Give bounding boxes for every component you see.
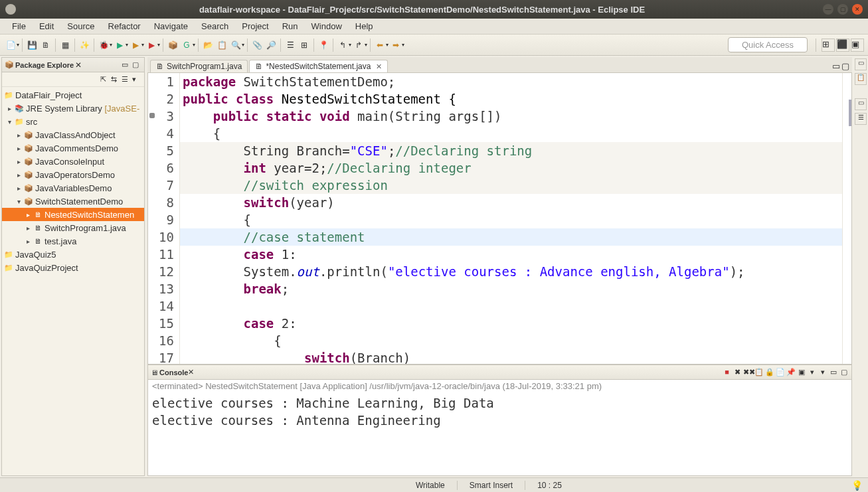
search2-icon[interactable]: 🔎	[264, 39, 278, 52]
clear-console-icon[interactable]: 📋	[754, 368, 764, 376]
minimize-console-icon[interactable]: ▭	[828, 368, 838, 376]
coverage-icon[interactable]: ▶	[129, 39, 142, 52]
dropdown-icon[interactable]: ▾	[193, 42, 195, 48]
open-console-icon[interactable]: ▾	[807, 368, 817, 376]
outline-icon[interactable]: ☰	[284, 39, 297, 52]
console-output[interactable]: elective courses : Machine Learning, Big…	[148, 393, 851, 475]
menu-source[interactable]: Source	[60, 20, 101, 33]
open-task-icon[interactable]: 📋	[215, 39, 228, 52]
maximize-console-icon[interactable]: ▢	[839, 368, 849, 376]
menu-file[interactable]: File	[5, 20, 33, 33]
close-console-icon[interactable]: ✕	[188, 368, 194, 376]
package-node[interactable]: ▸📦JavaConsoleInput	[2, 155, 144, 168]
open-perspective-icon[interactable]: ⊞	[822, 39, 835, 52]
src-node[interactable]: ▾📁src	[2, 115, 144, 128]
filter-icon[interactable]: ☰	[122, 75, 131, 84]
package-node[interactable]: ▸📦JavaVariablesDemo	[2, 181, 144, 195]
outline-view-icon[interactable]: ☰	[855, 113, 867, 125]
project-tree[interactable]: 📁DataFlair_Project ▸📚JRE System Library …	[2, 87, 144, 276]
maximize-view-icon[interactable]: ▢	[132, 60, 141, 70]
dropdown-icon[interactable]: ▾	[126, 42, 128, 48]
dropdown-icon[interactable]: ▾	[402, 42, 404, 48]
debug-perspective-icon[interactable]: ▣	[851, 39, 864, 52]
dropdown-icon[interactable]: ▾	[110, 42, 112, 48]
project-node[interactable]: 📁JavaQuizProject	[2, 261, 144, 274]
package-node[interactable]: ▸📦JavaCommentsDemo	[2, 141, 144, 155]
menu-refactor[interactable]: Refactor	[102, 20, 147, 33]
terminate-icon[interactable]: ■	[722, 368, 732, 376]
close-tab-icon[interactable]: ✕	[376, 62, 382, 71]
close-view-icon[interactable]: ✕	[75, 60, 82, 70]
back-icon[interactable]: ⬅	[373, 39, 387, 52]
attach-icon[interactable]: 📎	[250, 39, 264, 52]
search-icon[interactable]: 🔍	[229, 39, 242, 52]
jre-node[interactable]: ▸📚JRE System Library [JavaSE-	[2, 102, 144, 115]
new-class-icon[interactable]: G	[180, 39, 193, 52]
dropdown-icon[interactable]: ▾	[157, 42, 160, 48]
debug-icon[interactable]: 🐞	[97, 39, 110, 52]
restore-icon[interactable]: ▭	[855, 58, 867, 70]
scroll-lock-icon[interactable]: 🔒	[764, 368, 774, 376]
maximize-editor-icon[interactable]: ▢	[841, 61, 849, 71]
dropdown-icon[interactable]: ▾	[141, 42, 144, 48]
menu-navigate[interactable]: Navigate	[147, 20, 195, 33]
show-console-icon[interactable]: 📄	[775, 368, 785, 376]
quick-access-input[interactable]: Quick Access	[728, 37, 808, 52]
dropdown-icon[interactable]: ▾	[349, 42, 351, 48]
remove-launch-icon[interactable]: ✖	[733, 368, 742, 376]
overview-ruler[interactable]	[842, 73, 851, 364]
new-console-icon[interactable]: ▾	[818, 368, 827, 376]
link-editor-icon[interactable]: ⇆	[111, 75, 120, 84]
display-selected-icon[interactable]: ▣	[796, 368, 806, 376]
minimize-view-icon[interactable]: ▭	[122, 60, 131, 70]
project-node[interactable]: 📁JavaQuiz5	[2, 248, 144, 261]
menu-project[interactable]: Project	[235, 20, 275, 33]
wand-icon[interactable]: ✨	[78, 39, 91, 52]
forward-icon[interactable]: ➡	[389, 39, 402, 52]
save-icon[interactable]: 💾	[25, 39, 39, 52]
run-icon[interactable]: ▶	[113, 39, 126, 52]
tip-icon[interactable]: 💡	[851, 480, 863, 491]
package-node[interactable]: ▾📦SwitchStatementDemo	[2, 195, 144, 208]
menu-edit[interactable]: Edit	[33, 20, 60, 33]
editor-tab-active[interactable]: 🗎*NestedSwitchStatement.java✕	[249, 60, 388, 72]
view-menu-icon[interactable]: ▾	[132, 75, 141, 84]
remove-all-icon[interactable]: ✖✖	[743, 368, 753, 376]
toggle-icon[interactable]: ▦	[58, 39, 72, 52]
menu-run[interactable]: Run	[276, 20, 305, 33]
minimize-editor-icon[interactable]: ▭	[832, 61, 840, 71]
minimize-button[interactable]: —	[823, 4, 833, 15]
file-node[interactable]: ▸🗎test.java	[2, 234, 144, 248]
code-editor[interactable]: 1234567891011121314151617 package Switch…	[147, 73, 852, 365]
dropdown-icon[interactable]: ▾	[386, 42, 389, 48]
task-list-icon[interactable]: 📋	[855, 73, 867, 85]
dropdown-icon[interactable]: ▾	[17, 42, 19, 48]
menu-help[interactable]: Help	[349, 20, 380, 33]
package-node[interactable]: ▸📦JavaClassAndObject	[2, 128, 144, 141]
toggle2-icon[interactable]: ⊞	[298, 39, 311, 52]
package-node[interactable]: ▸📦JavaOperatorsDemo	[2, 168, 144, 181]
save-all-icon[interactable]: 🗎	[39, 39, 52, 52]
file-node[interactable]: ▸🗎SwitchProgram1.java	[2, 221, 144, 234]
maximize-button[interactable]: ▢	[837, 4, 848, 15]
pin-console-icon[interactable]: 📌	[786, 368, 796, 376]
run-last-icon[interactable]: ▶	[145, 39, 158, 52]
restore2-icon[interactable]: ▭	[855, 98, 867, 110]
dropdown-icon[interactable]: ▾	[365, 42, 367, 48]
file-node-selected[interactable]: ▸🗎NestedSwitchStatemen	[2, 208, 144, 221]
java-perspective-icon[interactable]: ⬛	[836, 39, 849, 52]
open-type-icon[interactable]: 📂	[201, 39, 215, 52]
close-button[interactable]: ✕	[852, 4, 863, 15]
pin-icon[interactable]: 📍	[317, 39, 330, 52]
dropdown-icon[interactable]: ▾	[242, 42, 244, 48]
project-node[interactable]: 📁DataFlair_Project	[2, 88, 144, 102]
menu-window[interactable]: Window	[305, 20, 349, 33]
menu-search[interactable]: Search	[195, 20, 235, 33]
new-icon[interactable]: 📄	[4, 39, 17, 52]
prev-annotation-icon[interactable]: ↰	[336, 39, 349, 52]
next-annotation-icon[interactable]: ↱	[352, 39, 365, 52]
collapse-all-icon[interactable]: ⇱	[100, 75, 110, 84]
code-body[interactable]: package SwitchStatementDemo; public clas…	[180, 73, 842, 364]
new-package-icon[interactable]: 📦	[166, 39, 179, 52]
editor-tab[interactable]: 🗎SwitchProgram1.java	[150, 60, 248, 72]
